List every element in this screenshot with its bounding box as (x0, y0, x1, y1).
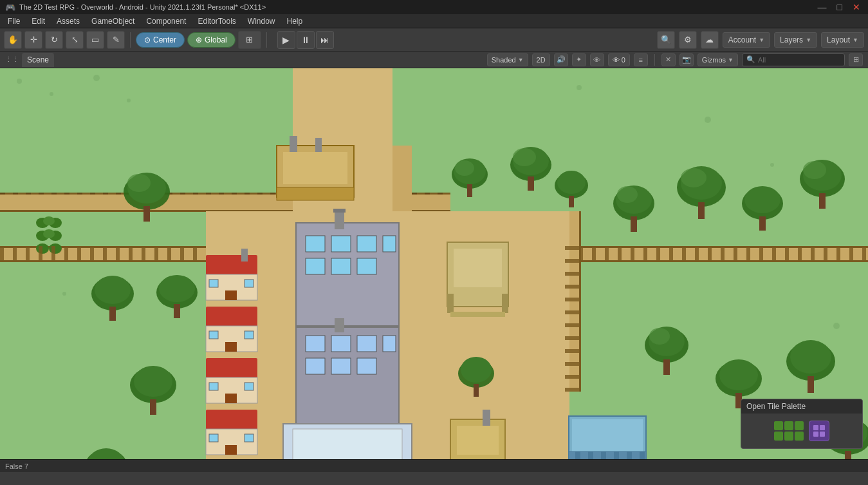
tile-palette-header: Open Tile Palette (741, 399, 862, 414)
tool-extra[interactable]: ⊞ (238, 31, 261, 49)
pause-button[interactable]: ⏸ (297, 31, 315, 49)
layout-dropdown[interactable]: Layout ▼ (821, 32, 864, 48)
scene-tab[interactable]: Scene (22, 53, 54, 67)
toolbar-right: 🔍 ⚙ ☁ Account ▼ Layers ▼ Layout ▼ (657, 31, 864, 49)
menu-assets[interactable]: Assets (51, 15, 85, 27)
svg-rect-250 (820, 425, 825, 430)
gizmos-label: Gizmos (702, 56, 726, 64)
svg-rect-251 (813, 432, 818, 437)
layers-scene-toggle[interactable]: ⊞ (849, 53, 863, 66)
tool-rect[interactable]: ▭ (86, 31, 104, 49)
extra-toggle[interactable]: ≡ (634, 53, 648, 66)
tile-palette-grid-button[interactable] (809, 421, 829, 441)
status-bar: False 7 (0, 459, 868, 472)
search-icon: 🔍 (746, 55, 755, 64)
scene-options: Shaded ▼ 2D 🔊 ✦ 👁 👁 0 ≡ ✕ 📷 Gizmos ▼ 🔍 A… (487, 53, 863, 66)
status-text: False 7 (5, 462, 28, 470)
hidden-count[interactable]: 👁 0 (608, 53, 630, 66)
unity-logo-icon: 🎮 (5, 3, 15, 12)
palette-dot-1 (774, 421, 783, 430)
render-toggle[interactable]: 📷 (679, 53, 694, 66)
title-bar: 🎮 The 2D Test RPG - Overworld - Android … (0, 0, 868, 14)
layout-chevron-icon: ▼ (853, 37, 858, 43)
scene-viewport[interactable]: Open Tile Palette (0, 68, 868, 459)
palette-dot-4 (774, 432, 783, 441)
palette-dot-3 (795, 421, 804, 430)
pivot-icon: ⊙ (144, 35, 151, 44)
window-title: The 2D Test RPG - Overworld - Android - … (19, 3, 266, 11)
audio-toggle[interactable]: 🔊 (554, 53, 568, 66)
shading-chevron-icon: ▼ (518, 57, 524, 63)
tile-palette-title: Open Tile Palette (746, 402, 806, 411)
hidden-icon: 👁 (613, 56, 620, 64)
center-label: Center (153, 35, 176, 44)
svg-rect-249 (813, 425, 818, 430)
center-button[interactable]: ⊙ Center (136, 32, 185, 48)
grass-background (0, 68, 868, 459)
fx-toggle[interactable]: ✦ (572, 53, 586, 66)
view-toggle[interactable]: 👁 (590, 53, 604, 66)
separator-scene (654, 54, 655, 66)
global-icon: ⊕ (196, 35, 202, 44)
menu-edit[interactable]: Edit (26, 15, 50, 27)
menu-editortools[interactable]: EditorTools (192, 15, 241, 27)
tool-scale[interactable]: ⤡ (66, 31, 84, 49)
menu-gameobject[interactable]: GameObject (86, 15, 140, 27)
account-label: Account (728, 35, 756, 44)
menu-window[interactable]: Window (243, 15, 281, 27)
account-dropdown[interactable]: Account ▼ (723, 32, 770, 48)
close-button[interactable]: ✕ (850, 2, 863, 12)
tool-move[interactable]: ✛ (24, 31, 42, 49)
scene-search-box[interactable]: 🔍 All (742, 53, 845, 66)
menu-help[interactable]: Help (282, 15, 308, 27)
tile-palette-body (741, 414, 862, 448)
hidden-label: 0 (622, 56, 625, 64)
separator-2 (266, 32, 267, 48)
search-button[interactable]: 🔍 (657, 31, 675, 49)
camera-icon[interactable]: ✕ (661, 53, 676, 66)
maximize-button[interactable]: □ (835, 2, 845, 12)
palette-dot-6 (795, 432, 804, 441)
account-chevron-icon: ▼ (759, 37, 764, 43)
palette-dot-5 (784, 432, 793, 441)
tool-hand[interactable]: ✋ (4, 31, 22, 49)
gizmos-dropdown[interactable]: Gizmos ▼ (697, 53, 738, 66)
menu-component[interactable]: Component (141, 15, 191, 27)
gizmos-chevron-icon: ▼ (728, 57, 734, 63)
minimize-button[interactable]: — (815, 2, 829, 12)
play-button[interactable]: ▶ (277, 31, 295, 49)
tool-rotate[interactable]: ↻ (45, 31, 63, 49)
toolbar: ✋ ✛ ↻ ⤡ ▭ ✎ ⊙ Center ⊕ Global ⊞ ▶ ⏸ ⏭ 🔍 … (0, 28, 868, 52)
layers-chevron-icon: ▼ (806, 37, 811, 43)
title-bar-controls[interactable]: — □ ✕ (815, 2, 863, 12)
tool-transform[interactable]: ✎ (107, 31, 125, 49)
scene-tabbar: ⋮⋮ Scene Shaded ▼ 2D 🔊 ✦ 👁 👁 0 ≡ ✕ 📷 Giz… (0, 52, 868, 68)
menu-bar: File Edit Assets GameObject Component Ed… (0, 14, 868, 28)
mode-2d-button[interactable]: 2D (532, 53, 550, 66)
palette-dots (774, 421, 804, 441)
layers-dropdown[interactable]: Layers ▼ (774, 32, 817, 48)
play-controls: ▶ ⏸ ⏭ (277, 31, 334, 49)
layout-label: Layout (827, 35, 850, 44)
separator-1 (130, 32, 131, 48)
menu-file[interactable]: File (3, 15, 25, 27)
search-placeholder: All (758, 56, 766, 64)
svg-rect-252 (820, 432, 825, 437)
cloud-button[interactable]: ☁ (701, 31, 719, 49)
step-button[interactable]: ⏭ (316, 31, 334, 49)
layers-label: Layers (780, 35, 803, 44)
mode-2d-label: 2D (537, 56, 546, 64)
settings-button[interactable]: ⚙ (679, 31, 697, 49)
global-button[interactable]: ⊕ Global (187, 32, 235, 48)
palette-dot-2 (784, 421, 793, 430)
tile-palette: Open Tile Palette (741, 399, 863, 449)
title-bar-left: 🎮 The 2D Test RPG - Overworld - Android … (5, 3, 266, 12)
shading-dropdown[interactable]: Shaded ▼ (487, 53, 528, 66)
global-label: Global (205, 35, 227, 44)
shading-label: Shaded (492, 56, 516, 64)
